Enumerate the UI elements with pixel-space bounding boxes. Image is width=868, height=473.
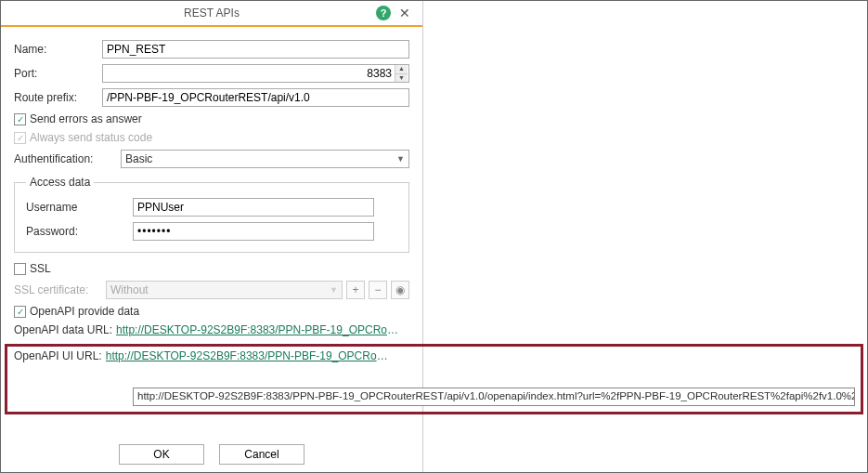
window: REST APIs ? ✕ Name: Port: ▲ ▼ R [0,0,868,473]
send-errors-checkbox[interactable]: ✓ [14,113,26,125]
row-authentication: Authentification: Basic ▼ [14,150,409,168]
name-input[interactable] [102,40,409,59]
row-always-status: ✓ Always send status code [14,131,409,144]
ssl-checkbox[interactable] [14,263,26,275]
ssl-remove-button: − [369,281,387,299]
label-openapi-data-url: OpenAPI data URL: [14,323,112,336]
label-name: Name: [14,43,102,56]
username-input[interactable] [133,198,374,217]
openapi-data-url-link[interactable]: http://DESKTOP-92S2B9F:8383/PPN-PBF-19_O… [116,323,404,336]
row-ssl-cert: SSL certificate: Without ▼ + − ◉ [14,281,409,299]
route-prefix-input[interactable] [102,88,409,107]
access-legend: Access data [26,176,94,189]
openapi-ui-url-link[interactable]: http://DESKTOP-92S2B9F:8383/PPN-PBF-19_O… [106,349,394,362]
close-icon[interactable]: ✕ [396,5,413,21]
row-openapi-provide: ✓ OpenAPI provide data [14,305,409,318]
port-stepper[interactable]: ▲ ▼ [102,64,409,83]
ssl-add-button: + [346,281,365,299]
row-send-errors: ✓ Send errors as answer [14,112,409,125]
label-route-prefix: Route prefix: [14,91,102,104]
label-ssl: SSL [30,262,51,275]
chevron-down-icon: ▼ [330,285,338,295]
row-name: Name: [14,40,409,59]
dialog-footer: OK Cancel [1,444,422,465]
authentication-select[interactable]: Basic ▼ [121,150,409,168]
row-route-prefix: Route prefix: [14,88,409,107]
titlebar: REST APIs ? ✕ [1,1,422,27]
label-ssl-cert: SSL certificate: [14,283,102,296]
url-tooltip: http://DESKTOP-92S2B9F:8383/PPN-PBF-19_O… [133,388,855,406]
authentication-value: Basic [125,152,152,165]
ssl-cert-select: Without ▼ [106,281,343,299]
label-openapi-provide: OpenAPI provide data [30,305,139,318]
chevron-down-icon: ▼ [396,154,405,164]
ssl-cert-value: Without [110,283,149,296]
minus-icon: − [374,283,381,296]
dialog-body: Name: Port: ▲ ▼ Route prefix: ✓ [1,27,422,374]
port-up-icon[interactable]: ▲ [395,65,408,74]
port-arrows: ▲ ▼ [395,65,408,82]
row-port: Port: ▲ ▼ [14,64,409,83]
row-ssl: SSL [14,262,409,275]
label-username: Username [26,201,133,214]
label-openapi-ui-url: OpenAPI UI URL: [14,349,102,362]
label-port: Port: [14,67,102,80]
ssl-view-button: ◉ [391,281,409,299]
plus-icon: + [352,283,358,296]
password-input[interactable] [133,222,374,241]
access-data-group: Access data Username Password: [14,176,409,253]
row-openapi-ui-url: OpenAPI UI URL: http://DESKTOP-92S2B9F:8… [14,349,409,362]
row-openapi-data-url: OpenAPI data URL: http://DESKTOP-92S2B9F… [14,323,409,336]
always-status-checkbox: ✓ [14,132,26,144]
label-authentication: Authentification: [14,152,121,165]
port-down-icon[interactable]: ▼ [395,74,408,83]
dialog-title: REST APIs [184,7,240,20]
port-input[interactable] [103,65,408,82]
label-always-status: Always send status code [30,131,152,144]
ok-button[interactable]: OK [119,444,204,465]
row-password: Password: [26,222,397,241]
eye-icon: ◉ [395,283,405,296]
label-send-errors: Send errors as answer [30,112,142,125]
cancel-button[interactable]: Cancel [219,444,304,465]
help-icon[interactable]: ? [376,6,391,20]
label-password: Password: [26,225,133,238]
openapi-provide-checkbox[interactable]: ✓ [14,306,26,318]
row-username: Username [26,198,397,217]
